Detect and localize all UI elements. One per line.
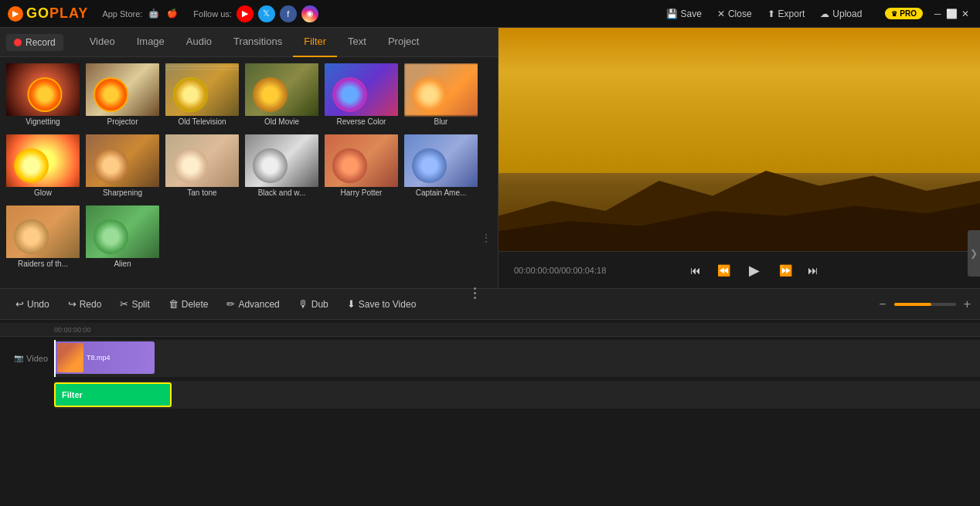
- apple-icon[interactable]: 🍎: [165, 7, 179, 21]
- advanced-icon: ✏: [226, 298, 235, 310]
- ruler-mark-0: 00:00:00:00: [54, 326, 91, 334]
- filter-glow[interactable]: Glow: [5, 133, 81, 201]
- filter-thumb-captain: [404, 134, 479, 187]
- filter-black-white[interactable]: Black and w...: [243, 133, 320, 201]
- zoom-slider-fill: [894, 303, 931, 306]
- filter-alien[interactable]: Alien: [84, 204, 161, 272]
- save-to-video-button[interactable]: ⬇ Save to Video: [338, 289, 426, 320]
- tab-text[interactable]: Text: [337, 28, 377, 57]
- record-dot: [14, 39, 22, 46]
- save-video-icon: ⬇: [347, 298, 356, 310]
- twitter-icon[interactable]: 𝕏: [258, 5, 275, 22]
- pro-badge[interactable]: ♛ PRO: [885, 8, 923, 19]
- zoom-in-button[interactable]: +: [961, 297, 974, 311]
- filter-label-raiders: Raiders of th...: [6, 258, 80, 270]
- filter-label-reverse-color: Reverse Color: [325, 116, 398, 128]
- zoom-out-button[interactable]: −: [876, 297, 889, 311]
- filter-thumb-reverse: [325, 63, 400, 116]
- filter-reverse-color[interactable]: Reverse Color: [323, 62, 400, 130]
- advanced-button[interactable]: ✏ Advanced: [217, 289, 288, 320]
- split-label: Split: [131, 299, 149, 310]
- filter-track-content: Filter: [54, 381, 980, 409]
- more-preview-button[interactable]: [471, 284, 479, 302]
- follow-section: Follow us: ▶ 𝕏 f ◉: [193, 5, 318, 22]
- bottom-toolbar: ↩ Undo ↪ Redo ✂ Split 🗑 Delete ✏ Advance…: [0, 289, 980, 320]
- minimize-button[interactable]: ─: [931, 7, 944, 21]
- video-clip[interactable]: T8.mp4: [54, 341, 155, 374]
- filter-vignetting[interactable]: Vignetting: [5, 62, 81, 130]
- clip-thumbnail: [57, 343, 83, 372]
- skip-to-start-button[interactable]: ⏮: [685, 260, 706, 281]
- preview-area: [499, 28, 980, 251]
- upload-icon: ☁: [820, 8, 829, 19]
- filter-label-old-television: Old Television: [165, 116, 239, 128]
- maximize-button[interactable]: ⬜: [944, 7, 958, 21]
- filter-clip-label: Filter: [62, 390, 83, 399]
- filter-row-2: Glow Sharpening Tan tone: [5, 133, 493, 201]
- filter-thumb-old-movie: [245, 63, 320, 116]
- filter-tan-tone[interactable]: Tan tone: [164, 133, 240, 201]
- export-button[interactable]: ⬆ Export: [760, 8, 813, 19]
- dub-label: Dub: [311, 299, 328, 310]
- video-label: Video: [26, 354, 48, 363]
- delete-icon: 🗑: [168, 298, 179, 310]
- preview-controls: 00:00:00:00/00:00:04:18 ⏮ ⏪ ▶ ⏩ ⏭: [499, 251, 980, 288]
- more-options-button[interactable]: ⋮: [481, 232, 492, 244]
- filter-projector[interactable]: Projector: [84, 62, 161, 130]
- redo-button[interactable]: ↪ Redo: [59, 289, 111, 320]
- youtube-icon[interactable]: ▶: [236, 5, 254, 22]
- split-button[interactable]: ✂ Split: [111, 289, 158, 320]
- tab-audio[interactable]: Audio: [175, 28, 223, 57]
- tab-image[interactable]: Image: [126, 28, 175, 57]
- filter-harry-potter[interactable]: Harry Potter: [323, 133, 400, 201]
- filter-old-movie[interactable]: Old Movie: [243, 62, 320, 130]
- filter-old-television[interactable]: Old Television: [164, 62, 240, 130]
- filter-label-alien: Alien: [86, 258, 159, 270]
- filter-label-sharpening: Sharpening: [86, 187, 159, 199]
- filter-panel: Record Video Image Audio Transitions Fil…: [0, 28, 499, 288]
- timeline: 00:00:00:00 📷 Video T8.mp4: [0, 320, 980, 474]
- zoom-slider-track[interactable]: [894, 303, 956, 306]
- instagram-icon[interactable]: ◉: [301, 5, 318, 22]
- undo-button[interactable]: ↩ Undo: [6, 289, 59, 320]
- window-close-button[interactable]: ✕: [958, 7, 972, 21]
- filter-thumb-old-tv: [165, 63, 240, 116]
- delete-button[interactable]: 🗑 Delete: [159, 289, 218, 320]
- video-track-label: 📷 Video: [0, 354, 54, 363]
- skip-to-end-button[interactable]: ⏭: [802, 260, 824, 281]
- upload-button[interactable]: ☁ Upload: [812, 8, 869, 19]
- zoom-control: − +: [876, 297, 974, 311]
- tab-transitions[interactable]: Transitions: [223, 28, 293, 57]
- play-button[interactable]: ▶: [740, 256, 768, 284]
- filter-blur[interactable]: Blur: [403, 62, 479, 130]
- preview-video: [499, 28, 980, 251]
- tab-filter[interactable]: Filter: [293, 28, 337, 57]
- filter-thumb-blur: [404, 63, 479, 116]
- expand-arrow-button[interactable]: ❯: [968, 230, 980, 277]
- tab-project[interactable]: Project: [377, 28, 430, 57]
- filter-label-glow: Glow: [6, 187, 80, 199]
- tab-video[interactable]: Video: [79, 28, 126, 57]
- filter-raiders[interactable]: Raiders of th...: [5, 204, 81, 272]
- filter-sharpening[interactable]: Sharpening: [84, 133, 161, 201]
- dub-button[interactable]: 🎙 Dub: [289, 289, 338, 320]
- filter-clip[interactable]: Filter: [54, 382, 172, 407]
- logo: ▶ GOPLAY: [8, 5, 88, 22]
- filter-thumb-projector: [86, 63, 161, 116]
- appstore-label: App Store:: [102, 9, 142, 19]
- timeline-ruler: 00:00:00:00: [0, 323, 980, 337]
- filter-captain-america[interactable]: Captain Ame...: [403, 133, 479, 201]
- redo-icon: ↪: [68, 298, 77, 310]
- filter-label-black-white: Black and w...: [245, 187, 318, 199]
- mountain-silhouette: [499, 151, 980, 251]
- filter-thumb-alien: [86, 205, 161, 258]
- android-icon[interactable]: 🤖: [147, 7, 161, 21]
- fast-forward-button[interactable]: ⏩: [774, 260, 796, 281]
- dot2: [474, 292, 476, 294]
- rewind-button[interactable]: ⏪: [713, 260, 734, 281]
- crown-icon: ♛: [891, 10, 897, 18]
- facebook-icon[interactable]: f: [280, 5, 297, 22]
- close-button[interactable]: ✕ Close: [709, 8, 760, 19]
- record-button[interactable]: Record: [6, 34, 63, 51]
- save-button[interactable]: 💾 Save: [658, 8, 709, 19]
